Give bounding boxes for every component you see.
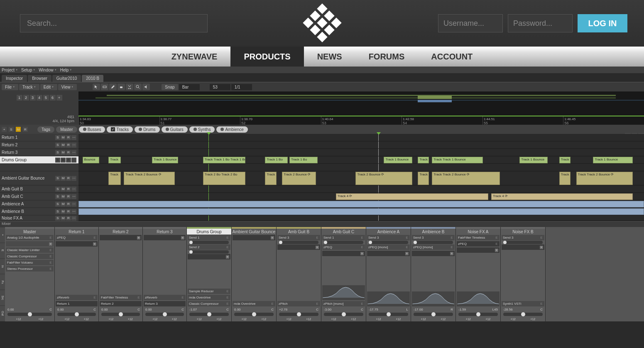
channel-name[interactable]: Noise FX A — [456, 229, 500, 234]
fx-slot[interactable]: Sample ReducerE — [188, 289, 230, 294]
track-header[interactable]: Noise FX ASMR⋯ — [0, 215, 78, 221]
channel-name[interactable]: Return 1 — [55, 229, 98, 234]
record-button[interactable]: R — [66, 135, 71, 140]
insert-slot[interactable]: zPEQE — [322, 244, 365, 250]
file-menu[interactable]: File▼ — [2, 84, 18, 90]
track-header[interactable]: Return 2SMR⋯ — [0, 141, 78, 149]
tab-2010-b[interactable]: 2010 B — [82, 75, 103, 82]
send-level[interactable] — [279, 241, 318, 244]
clip[interactable] — [78, 201, 644, 207]
pan-slider[interactable] — [145, 313, 184, 316]
channel-name[interactable]: Master — [5, 229, 54, 234]
record-button[interactable]: R — [66, 158, 71, 163]
solo-all[interactable]: S — [9, 127, 14, 132]
record-all[interactable]: R — [23, 127, 28, 132]
nav-news[interactable]: NEWS — [304, 47, 355, 67]
pan-slider[interactable] — [458, 313, 498, 316]
mixer-section-in[interactable]: In — [0, 259, 5, 274]
record-button[interactable]: R — [66, 216, 71, 221]
expand-button[interactable]: ⋯ — [71, 143, 76, 148]
empty-slot[interactable]: + — [412, 251, 455, 256]
edit-menu[interactable]: Edit▼ — [40, 84, 57, 90]
record-button[interactable]: R — [66, 143, 71, 148]
eq-display[interactable] — [322, 285, 365, 300]
snap-toggle[interactable]: Snap — [162, 84, 178, 90]
expand-button[interactable]: ⋯ — [71, 194, 76, 199]
pan-slider[interactable] — [7, 313, 52, 316]
send-slot[interactable]: Send 3E — [412, 235, 455, 240]
track-lane[interactable]: BounceTrackTrack 1 BounceTrack Track 1 B… — [78, 156, 644, 164]
search-input[interactable] — [20, 14, 208, 32]
mute-button[interactable]: M — [61, 150, 66, 155]
tab-guitar2010[interactable]: Guitar2010 — [52, 75, 81, 82]
add-button[interactable]: + — [2, 127, 7, 132]
expand-button[interactable]: ⋯ — [71, 202, 76, 207]
mute-all[interactable]: M — [16, 127, 21, 132]
channel-name[interactable]: Noise FX B — [501, 229, 545, 234]
snap-value[interactable]: Bar — [179, 84, 200, 90]
clip[interactable]: Track 4 ⟳ — [491, 193, 633, 200]
track-header[interactable]: Amb Guit BSMR⋯ — [0, 185, 78, 193]
ruler[interactable]: 1:34.83501:36.77511:38.70521:40.64531:42… — [78, 116, 644, 125]
fx-slot[interactable]: zReverbE — [56, 295, 98, 300]
mixer-section-+[interactable]: + — [0, 227, 5, 242]
filter-busses[interactable]: Busses — [79, 126, 105, 133]
track-lane[interactable] — [78, 215, 644, 221]
send-level[interactable] — [189, 250, 229, 254]
position-field[interactable]: 53 — [210, 84, 230, 90]
send-level[interactable] — [369, 241, 408, 244]
clip[interactable]: Track Track 1 Bounce — [432, 157, 483, 163]
pencil-tool-icon[interactable] — [109, 84, 117, 90]
clip[interactable]: Track — [108, 172, 121, 185]
mute-button[interactable]: M — [61, 216, 66, 221]
output-slot[interactable]: Return 3 — [144, 301, 186, 306]
arrow-tool-icon[interactable] — [93, 84, 100, 90]
clip[interactable]: Bounce — [83, 157, 100, 163]
overview-timeline[interactable]: 1:34.83501:36.77511:38.70521:40.64531:42… — [78, 91, 644, 125]
insert-slot[interactable]: zPEQ [mono]E — [367, 244, 410, 250]
track-header[interactable]: Return 1SMR⋯ — [0, 134, 78, 141]
insert-slot[interactable]: zPEQE — [56, 235, 98, 240]
send-slot[interactable]: Send 3E — [277, 235, 320, 240]
pan-slider[interactable] — [414, 313, 453, 316]
insert-slot[interactable]: + — [6, 241, 54, 247]
menu-window[interactable]: Window ▼ — [39, 68, 57, 72]
tab-inspector[interactable]: Inspector — [2, 75, 27, 82]
solo-button[interactable]: S — [55, 194, 60, 199]
insert-slot[interactable]: Analog 1/2 AudiophileE — [6, 235, 54, 240]
page-6[interactable]: 6 — [50, 95, 56, 101]
send-level[interactable] — [324, 241, 363, 244]
pan-slider[interactable] — [234, 313, 274, 316]
channel-name[interactable]: Ambient Guitar Bounce — [232, 229, 276, 234]
division-field[interactable]: 1/1 — [231, 84, 252, 90]
fx-slot[interactable]: zPitchE — [277, 301, 320, 306]
track-header[interactable]: Return 3SMR⋯ — [0, 149, 78, 156]
send-level[interactable] — [189, 241, 229, 244]
expand-button[interactable]: ⋯ — [71, 187, 76, 192]
page-+[interactable]: + — [56, 95, 62, 101]
zoom-tool-icon[interactable] — [134, 84, 142, 90]
insert-slot[interactable]: FabFilter VolcanoE — [6, 260, 54, 265]
solo-button[interactable]: S — [55, 150, 60, 155]
track-header[interactable]: Ambience BSMR⋯ — [0, 208, 78, 215]
channel-name[interactable]: Amb Guit B — [277, 229, 321, 234]
mixer-section-src[interactable]: Src — [0, 290, 5, 305]
clip[interactable]: Track Track 2 Bounce ⟳ — [124, 172, 175, 185]
mute-button[interactable]: M — [61, 202, 66, 207]
clip[interactable]: Track Track 2 Bounce ⟳ — [432, 172, 500, 185]
synth-slot[interactable]: Synth1 VSTiE — [502, 301, 544, 306]
view-menu[interactable]: View▼ — [58, 84, 77, 90]
insert-slot[interactable]: Classic Master LimiterE — [6, 247, 54, 253]
solo-button[interactable]: S — [55, 158, 60, 163]
filter-drums[interactable]: Drums — [135, 126, 159, 133]
clip[interactable]: Track 1 Bounce — [384, 157, 412, 163]
clip[interactable]: Track — [559, 172, 571, 185]
send-slot[interactable]: Send 1E — [322, 235, 365, 240]
select-tool-icon[interactable] — [101, 84, 108, 90]
fx-slot[interactable]: mda OverdriveE — [188, 295, 230, 300]
pan-slider[interactable] — [279, 313, 318, 316]
channel-name[interactable]: Ambience B — [411, 229, 455, 234]
empty-slot[interactable]: + — [233, 235, 275, 240]
track-header[interactable]: Amb Guit CSMR⋯ — [0, 193, 78, 200]
clip[interactable]: Track 1 Bounce — [593, 157, 632, 163]
